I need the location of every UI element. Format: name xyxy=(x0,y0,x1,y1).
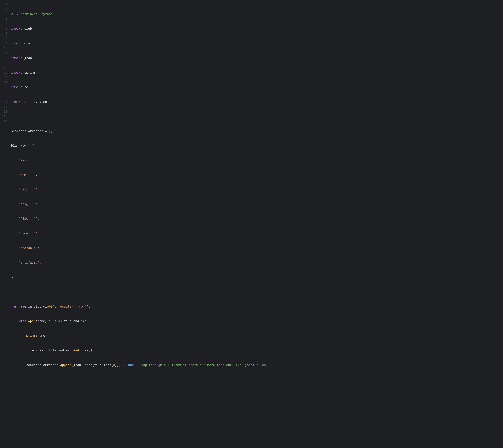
identifier: fileLines xyxy=(94,363,111,367)
call-open: open xyxy=(28,320,36,323)
identifier: searchesToProcess xyxy=(11,129,43,133)
keyword-import: import xyxy=(11,86,22,89)
line-number: 12 xyxy=(4,56,7,61)
line-number: 11 xyxy=(4,51,7,56)
line-number: 16 xyxy=(4,75,7,80)
keyword-import: import xyxy=(11,27,22,31)
literal-empty-list: [] xyxy=(49,129,53,133)
line-number: 2 xyxy=(4,7,7,12)
dict-key: 'artifacts' xyxy=(19,261,39,265)
dict-value: '' xyxy=(43,261,47,265)
code-line[interactable]: import urllib.parse xyxy=(11,100,502,104)
identifier: name xyxy=(37,320,45,323)
code-line[interactable]: 'rank': '', xyxy=(11,187,502,192)
line-number: 7 xyxy=(4,31,7,36)
string-literal: './results/*.json' xyxy=(53,305,87,308)
code-line[interactable] xyxy=(11,289,502,294)
keyword-with: with xyxy=(19,320,26,323)
line-number: 8 xyxy=(4,36,7,41)
line-number: 5 xyxy=(4,22,7,27)
code-line[interactable]: #! /usr/bin/env python3 xyxy=(11,12,502,17)
line-number: 3 xyxy=(4,12,7,17)
code-line[interactable]: import re xyxy=(11,85,502,90)
dict-key: 'name' xyxy=(19,232,30,235)
code-line[interactable]: import glob xyxy=(11,27,502,31)
dict-value: '' xyxy=(32,173,36,177)
keyword-import: import xyxy=(11,100,22,104)
identifier: fileHandler xyxy=(49,349,70,352)
call-loads: loads xyxy=(83,363,92,367)
code-line[interactable]: import pprint xyxy=(11,70,502,75)
call-readlines: readlines xyxy=(72,349,89,352)
comment-text: Loop through all lines if there are more… xyxy=(139,363,267,367)
code-line[interactable]: 'search': '', xyxy=(11,246,502,251)
call-print: print xyxy=(26,334,36,338)
code-line[interactable]: import csv xyxy=(11,41,502,46)
code-line[interactable]: print(name) xyxy=(11,334,502,338)
line-number: 6 xyxy=(4,27,7,31)
module-name: glob xyxy=(24,27,32,31)
code-area[interactable]: #! /usr/bin/env python3 import glob impo… xyxy=(11,2,502,377)
line-number: 9 xyxy=(4,41,7,46)
dict-key: 'file' xyxy=(19,217,30,221)
line-number: 13 xyxy=(4,61,7,65)
line-number: 21 xyxy=(4,100,7,104)
identifier: json xyxy=(73,363,81,367)
line-number: 18 xyxy=(4,85,7,90)
code-line[interactable]: with open(name, "r") as fileHandler: xyxy=(11,319,502,324)
code-line[interactable]: fileLines = fileHandler.readlines() xyxy=(11,348,502,353)
code-line[interactable]: for name in glob.glob('./results/*.json'… xyxy=(11,304,502,309)
identifier: name xyxy=(37,334,45,338)
line-number: 19 xyxy=(4,90,7,95)
code-line[interactable]: 'name': '', xyxy=(11,231,502,236)
code-line[interactable]: } xyxy=(11,275,502,280)
line-number: 24 xyxy=(4,114,7,119)
module-name: json xyxy=(24,56,32,60)
operator-assign: = xyxy=(43,129,49,133)
line-number: 1 xyxy=(4,2,7,7)
module-name: csv xyxy=(24,42,30,45)
keyword-import: import xyxy=(11,42,22,45)
call-append: append xyxy=(60,363,71,367)
dict-value: '' xyxy=(34,232,38,235)
line-number: 14 xyxy=(4,65,7,70)
keyword-import: import xyxy=(11,71,22,75)
code-line[interactable] xyxy=(11,114,502,119)
dict-key: 'search' xyxy=(19,246,34,250)
line-number: 22 xyxy=(4,104,7,109)
code-line[interactable]: 'file': '', xyxy=(11,216,502,221)
code-line[interactable]: 'artifacts': '' xyxy=(11,260,502,265)
keyword-in: in xyxy=(28,305,32,308)
code-line[interactable]: 'num': '', xyxy=(11,173,502,177)
brace-close: } xyxy=(11,276,13,279)
code-editor[interactable]: 1 2 3 4 5 6 7 8 9 10 11 12 13 14 15 16 1… xyxy=(1,2,502,377)
line-number-gutter: 1 2 3 4 5 6 7 8 9 10 11 12 13 14 15 16 1… xyxy=(1,2,11,377)
identifier: blankRow xyxy=(11,144,26,147)
code-line[interactable]: searchesToProcess = [] xyxy=(11,129,502,134)
code-line[interactable]: blankRow = { xyxy=(11,143,502,148)
keyword-import: import xyxy=(11,56,22,60)
identifier: name xyxy=(19,305,26,308)
number-literal: 0 xyxy=(113,363,115,367)
code-line[interactable]: 'key': '', xyxy=(11,158,502,163)
identifier: glob xyxy=(34,305,41,308)
code-line[interactable]: import json xyxy=(11,56,502,61)
line-number: 25 xyxy=(4,119,7,124)
dict-key: 'orig' xyxy=(19,203,30,206)
dict-key: 'num' xyxy=(19,173,28,177)
identifier: fileLines xyxy=(26,349,43,352)
line-number: 10 xyxy=(4,46,7,51)
comment-hash: # xyxy=(123,363,126,367)
line-number: 23 xyxy=(4,109,7,114)
dict-key: 'rank' xyxy=(19,188,30,192)
code-line[interactable]: searchesToProcess.append(json.loads(file… xyxy=(11,363,502,368)
shebang-comment: #! /usr/bin/env python3 xyxy=(11,13,54,16)
code-line[interactable]: 'orig': '', xyxy=(11,202,502,207)
line-number: 4 xyxy=(4,17,7,22)
brace-open: { xyxy=(32,144,34,147)
todo-tag: TODO xyxy=(126,363,134,367)
identifier: fileHandler xyxy=(64,320,85,323)
module-name: urllib.parse xyxy=(24,100,47,104)
dict-value: '' xyxy=(34,203,38,206)
keyword-for: for xyxy=(11,305,17,308)
